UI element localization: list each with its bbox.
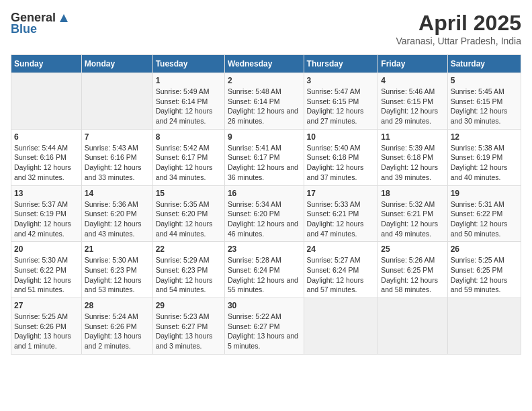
day-detail: Sunrise: 5:26 AMSunset: 6:25 PMDaylight:… — [381, 255, 444, 295]
calendar-week-row: 13Sunrise: 5:37 AMSunset: 6:19 PMDayligh… — [11, 185, 521, 242]
day-detail: Sunrise: 5:41 AMSunset: 6:17 PMDaylight:… — [228, 143, 301, 183]
day-detail: Sunrise: 5:36 AMSunset: 6:20 PMDaylight:… — [85, 199, 150, 239]
calendar-cell: 12Sunrise: 5:38 AMSunset: 6:19 PMDayligh… — [447, 129, 521, 185]
day-number: 11 — [381, 132, 444, 142]
day-detail: Sunrise: 5:35 AMSunset: 6:20 PMDaylight:… — [156, 199, 222, 239]
day-detail: Sunrise: 5:25 AMSunset: 6:26 PMDaylight:… — [14, 312, 79, 351]
day-number: 16 — [228, 189, 301, 198]
day-header-friday: Friday — [378, 55, 447, 73]
day-number: 25 — [381, 244, 444, 254]
day-header-monday: Monday — [81, 55, 152, 73]
calendar-cell: 29Sunrise: 5:23 AMSunset: 6:27 PMDayligh… — [152, 298, 224, 355]
day-number: 29 — [156, 301, 222, 310]
day-number: 30 — [228, 301, 301, 310]
day-number: 9 — [228, 132, 301, 142]
day-number: 21 — [85, 244, 150, 254]
day-number: 24 — [307, 244, 375, 254]
day-number: 5 — [451, 76, 518, 85]
logo-icon — [58, 13, 69, 24]
day-detail: Sunrise: 5:38 AMSunset: 6:19 PMDaylight:… — [451, 143, 518, 183]
day-detail: Sunrise: 5:39 AMSunset: 6:18 PMDaylight:… — [381, 143, 444, 183]
logo-blue-text: Blue — [11, 22, 37, 36]
day-detail: Sunrise: 5:32 AMSunset: 6:21 PMDaylight:… — [381, 199, 444, 239]
day-detail: Sunrise: 5:46 AMSunset: 6:15 PMDaylight:… — [381, 87, 444, 126]
day-detail: Sunrise: 5:34 AMSunset: 6:20 PMDaylight:… — [228, 199, 301, 239]
day-number: 10 — [307, 132, 375, 142]
page-header: General Blue April 2025 Varanasi, Uttar … — [11, 11, 521, 46]
day-number: 6 — [14, 132, 79, 142]
day-number: 17 — [307, 189, 375, 198]
day-header-wednesday: Wednesday — [224, 55, 304, 73]
calendar-cell: 5Sunrise: 5:45 AMSunset: 6:15 PMDaylight… — [447, 73, 521, 130]
day-detail: Sunrise: 5:40 AMSunset: 6:18 PMDaylight:… — [307, 143, 375, 183]
logo: General Blue — [11, 11, 69, 36]
calendar-cell: 18Sunrise: 5:32 AMSunset: 6:21 PMDayligh… — [378, 185, 447, 242]
calendar-header-row: SundayMondayTuesdayWednesdayThursdayFrid… — [11, 55, 521, 73]
calendar-cell: 28Sunrise: 5:24 AMSunset: 6:26 PMDayligh… — [81, 298, 152, 355]
calendar-cell: 1Sunrise: 5:49 AMSunset: 6:14 PMDaylight… — [152, 73, 224, 130]
day-number: 7 — [85, 132, 150, 142]
calendar-cell: 27Sunrise: 5:25 AMSunset: 6:26 PMDayligh… — [11, 298, 82, 355]
calendar-cell: 23Sunrise: 5:28 AMSunset: 6:24 PMDayligh… — [224, 242, 304, 298]
day-header-thursday: Thursday — [304, 55, 378, 73]
day-detail: Sunrise: 5:31 AMSunset: 6:22 PMDaylight:… — [451, 199, 518, 239]
day-detail: Sunrise: 5:43 AMSunset: 6:16 PMDaylight:… — [85, 143, 150, 183]
title-area: April 2025 Varanasi, Uttar Pradesh, Indi… — [396, 11, 521, 46]
calendar-cell: 24Sunrise: 5:27 AMSunset: 6:24 PMDayligh… — [304, 242, 378, 298]
day-detail: Sunrise: 5:33 AMSunset: 6:21 PMDaylight:… — [307, 199, 375, 239]
day-number: 3 — [307, 76, 375, 85]
calendar-week-row: 20Sunrise: 5:30 AMSunset: 6:22 PMDayligh… — [11, 242, 521, 298]
calendar-cell: 10Sunrise: 5:40 AMSunset: 6:18 PMDayligh… — [304, 129, 378, 185]
day-detail: Sunrise: 5:27 AMSunset: 6:24 PMDaylight:… — [307, 255, 375, 295]
month-title: April 2025 — [396, 11, 521, 36]
calendar-cell: 19Sunrise: 5:31 AMSunset: 6:22 PMDayligh… — [447, 185, 521, 242]
svg-marker-0 — [60, 14, 68, 22]
calendar-cell: 4Sunrise: 5:46 AMSunset: 6:15 PMDaylight… — [378, 73, 447, 130]
day-detail: Sunrise: 5:24 AMSunset: 6:26 PMDaylight:… — [85, 312, 150, 351]
day-number: 19 — [451, 189, 518, 198]
calendar-week-row: 6Sunrise: 5:44 AMSunset: 6:16 PMDaylight… — [11, 129, 521, 185]
calendar-week-row: 1Sunrise: 5:49 AMSunset: 6:14 PMDaylight… — [11, 73, 521, 130]
day-detail: Sunrise: 5:49 AMSunset: 6:14 PMDaylight:… — [156, 87, 222, 126]
calendar-week-row: 27Sunrise: 5:25 AMSunset: 6:26 PMDayligh… — [11, 298, 521, 355]
calendar-cell: 7Sunrise: 5:43 AMSunset: 6:16 PMDaylight… — [81, 129, 152, 185]
day-detail: Sunrise: 5:44 AMSunset: 6:16 PMDaylight:… — [14, 143, 79, 183]
calendar-cell — [304, 298, 378, 355]
day-header-saturday: Saturday — [447, 55, 521, 73]
day-detail: Sunrise: 5:47 AMSunset: 6:15 PMDaylight:… — [307, 87, 375, 126]
day-detail: Sunrise: 5:22 AMSunset: 6:27 PMDaylight:… — [228, 312, 301, 351]
day-detail: Sunrise: 5:42 AMSunset: 6:17 PMDaylight:… — [156, 143, 222, 183]
calendar-cell: 8Sunrise: 5:42 AMSunset: 6:17 PMDaylight… — [152, 129, 224, 185]
calendar-cell — [447, 298, 521, 355]
day-detail: Sunrise: 5:37 AMSunset: 6:19 PMDaylight:… — [14, 199, 79, 239]
calendar-cell: 21Sunrise: 5:30 AMSunset: 6:23 PMDayligh… — [81, 242, 152, 298]
calendar-cell — [81, 73, 152, 130]
calendar-cell: 15Sunrise: 5:35 AMSunset: 6:20 PMDayligh… — [152, 185, 224, 242]
day-number: 12 — [451, 132, 518, 142]
day-detail: Sunrise: 5:30 AMSunset: 6:23 PMDaylight:… — [85, 255, 150, 295]
calendar-cell: 13Sunrise: 5:37 AMSunset: 6:19 PMDayligh… — [11, 185, 82, 242]
day-number: 2 — [228, 76, 301, 85]
day-number: 8 — [156, 132, 222, 142]
calendar-cell: 30Sunrise: 5:22 AMSunset: 6:27 PMDayligh… — [224, 298, 304, 355]
calendar-table: SundayMondayTuesdayWednesdayThursdayFrid… — [11, 54, 521, 355]
calendar-cell: 20Sunrise: 5:30 AMSunset: 6:22 PMDayligh… — [11, 242, 82, 298]
day-number: 28 — [85, 301, 150, 310]
day-number: 1 — [156, 76, 222, 85]
day-number: 13 — [14, 189, 79, 198]
calendar-cell: 25Sunrise: 5:26 AMSunset: 6:25 PMDayligh… — [378, 242, 447, 298]
location-subtitle: Varanasi, Uttar Pradesh, India — [396, 36, 521, 46]
day-number: 23 — [228, 244, 301, 254]
day-detail: Sunrise: 5:29 AMSunset: 6:23 PMDaylight:… — [156, 255, 222, 295]
calendar-cell — [378, 298, 447, 355]
day-number: 22 — [156, 244, 222, 254]
calendar-cell — [11, 73, 82, 130]
day-number: 27 — [14, 301, 79, 310]
calendar-cell: 16Sunrise: 5:34 AMSunset: 6:20 PMDayligh… — [224, 185, 304, 242]
day-detail: Sunrise: 5:25 AMSunset: 6:25 PMDaylight:… — [451, 255, 518, 295]
day-detail: Sunrise: 5:23 AMSunset: 6:27 PMDaylight:… — [156, 312, 222, 351]
day-number: 4 — [381, 76, 444, 85]
calendar-cell: 26Sunrise: 5:25 AMSunset: 6:25 PMDayligh… — [447, 242, 521, 298]
day-detail: Sunrise: 5:48 AMSunset: 6:14 PMDaylight:… — [228, 87, 301, 126]
calendar-cell: 2Sunrise: 5:48 AMSunset: 6:14 PMDaylight… — [224, 73, 304, 130]
